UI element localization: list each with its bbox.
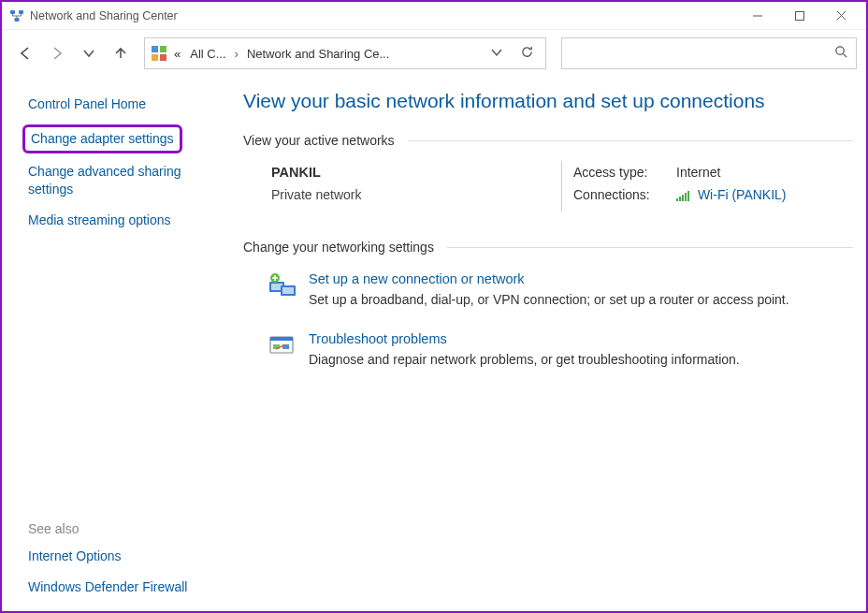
titlebar: Network and Sharing Center (2, 2, 866, 30)
maximize-button[interactable] (778, 3, 820, 29)
svg-rect-2 (15, 18, 20, 22)
svg-rect-8 (160, 46, 166, 52)
back-button[interactable] (11, 39, 39, 67)
up-button[interactable] (107, 39, 135, 67)
setup-connection-icon (268, 273, 297, 303)
minimize-button[interactable] (736, 3, 778, 29)
divider (408, 140, 853, 141)
troubleshoot-link[interactable]: Troubleshoot problems (309, 331, 447, 346)
link-change-advanced-sharing[interactable]: Change advanced sharing settings (28, 163, 196, 198)
sidebar: Control Panel Home Change adapter settin… (2, 77, 236, 611)
window-title: Network and Sharing Center (30, 9, 736, 22)
svg-rect-16 (685, 193, 687, 201)
svg-rect-17 (687, 191, 689, 201)
svg-rect-9 (152, 54, 158, 61)
breadcrumb-current[interactable]: Network and Sharing Ce... (244, 47, 392, 61)
divider (447, 247, 853, 248)
setup-connection-link[interactable]: Set up a new connection or network (309, 271, 525, 286)
link-control-panel-home[interactable]: Control Panel Home (28, 95, 146, 113)
svg-rect-13 (676, 198, 678, 201)
network-center-icon (9, 8, 24, 23)
access-type-label: Access type: (573, 165, 676, 180)
svg-rect-1 (19, 10, 23, 14)
troubleshoot-icon (268, 333, 297, 363)
item-setup-connection: Set up a new connection or network Set u… (268, 271, 853, 307)
svg-rect-7 (152, 46, 158, 52)
address-bar[interactable]: « All C... › Network and Sharing Ce... (144, 37, 546, 69)
close-button[interactable] (820, 3, 862, 29)
link-internet-options[interactable]: Internet Options (28, 547, 122, 565)
svg-rect-24 (270, 337, 293, 341)
search-box[interactable] (561, 37, 857, 69)
nav-toolbar: « All C... › Network and Sharing Ce... (2, 30, 866, 77)
network-name: PANKIL (271, 165, 561, 180)
active-network-panel: PANKIL Private network Access type: Inte… (243, 163, 853, 240)
search-input[interactable] (570, 46, 834, 62)
control-panel-icon (151, 45, 167, 62)
section-active-networks: View your active networks (243, 133, 404, 148)
content: View your basic network information and … (236, 77, 866, 611)
access-type-value: Internet (676, 165, 720, 180)
see-also-label: See also (28, 521, 224, 536)
svg-rect-4 (795, 11, 803, 20)
link-media-streaming[interactable]: Media streaming options (28, 212, 171, 229)
window-controls (736, 3, 862, 29)
page-heading: View your basic network information and … (243, 90, 853, 112)
link-windows-defender-firewall[interactable]: Windows Defender Firewall (28, 578, 187, 596)
connection-link[interactable]: Wi-Fi (PANKIL) (698, 187, 787, 202)
svg-point-11 (836, 47, 844, 54)
svg-rect-21 (282, 287, 294, 294)
svg-rect-0 (10, 10, 15, 14)
item-troubleshoot: Troubleshoot problems Diagnose and repai… (268, 331, 853, 367)
svg-line-12 (843, 53, 846, 57)
refresh-button[interactable] (514, 45, 540, 62)
chevron-right-icon: › (233, 47, 240, 61)
svg-rect-10 (160, 54, 166, 61)
network-type: Private network (271, 187, 561, 202)
svg-rect-14 (679, 197, 681, 201)
section-change-settings: Change your networking settings (243, 240, 443, 255)
address-dropdown[interactable] (484, 47, 510, 61)
recent-dropdown[interactable] (75, 39, 103, 67)
breadcrumb-overflow[interactable]: « (171, 47, 183, 61)
wifi-signal-icon (676, 189, 690, 204)
breadcrumb-parent[interactable]: All C... (187, 47, 228, 61)
svg-rect-15 (682, 195, 684, 201)
link-change-adapter-settings[interactable]: Change adapter settings (22, 124, 182, 153)
forward-button[interactable] (43, 39, 71, 67)
search-icon[interactable] (834, 45, 848, 62)
setup-connection-desc: Set up a broadband, dial-up, or VPN conn… (309, 292, 789, 307)
troubleshoot-desc: Diagnose and repair network problems, or… (309, 352, 740, 367)
connections-label: Connections: (573, 187, 676, 204)
